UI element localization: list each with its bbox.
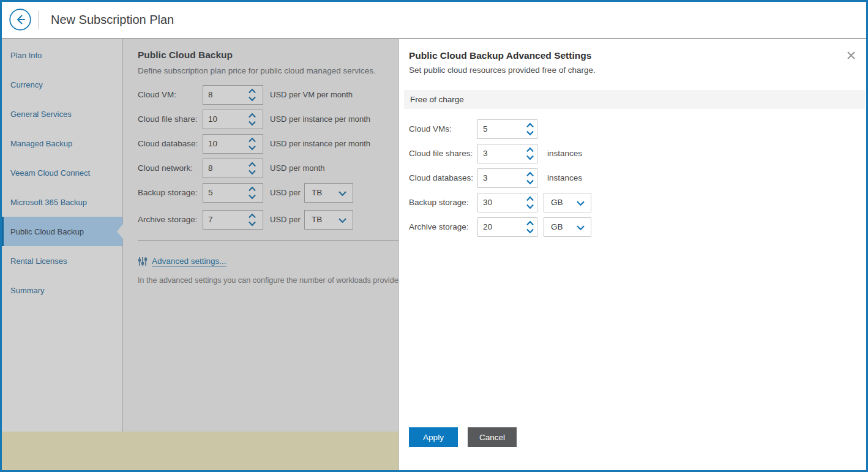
backup-storage-free-unit-dropdown[interactable]: GB bbox=[544, 193, 591, 212]
arrow-left-circle-icon bbox=[9, 8, 32, 31]
free-of-charge-section-header: Free of charge bbox=[404, 90, 865, 109]
spinner-arrows-icon[interactable] bbox=[526, 197, 534, 209]
cloud-databases-spinner[interactable]: 3 bbox=[477, 168, 537, 188]
cloud-network-row: Cloud network: 8 USD per month bbox=[123, 159, 398, 178]
sidebar-item-general-services[interactable]: General Services bbox=[2, 99, 122, 129]
dimmed-footer-bar bbox=[2, 432, 398, 470]
spinner-arrows-icon[interactable] bbox=[249, 214, 256, 227]
cloud-vms-row: Cloud VMs: 5 bbox=[399, 119, 866, 139]
sidebar-item-public-cloud-backup[interactable]: Public Cloud Backup bbox=[2, 217, 122, 246]
spinner-arrows-icon[interactable] bbox=[526, 123, 534, 136]
chevron-down-icon bbox=[577, 201, 585, 206]
backup-storage-free-row: Backup storage: 30 GB bbox=[399, 193, 866, 212]
cloud-vm-price-spinner[interactable]: 8 bbox=[203, 85, 263, 105]
chevron-down-icon bbox=[339, 218, 346, 223]
cloud-network-price-spinner[interactable]: 8 bbox=[203, 159, 263, 178]
separator bbox=[138, 240, 398, 241]
cloud-databases-row: Cloud databases: 3 instances bbox=[399, 168, 866, 188]
spinner-arrows-icon[interactable] bbox=[249, 113, 256, 126]
archive-storage-free-row: Archive storage: 20 GB bbox=[399, 217, 866, 237]
wizard-steps: Plan Info Currency General Services Mana… bbox=[2, 40, 122, 305]
chevron-down-icon bbox=[577, 225, 585, 230]
spinner-arrows-icon[interactable] bbox=[526, 172, 534, 185]
chevron-down-icon bbox=[339, 191, 346, 196]
cancel-button[interactable]: Cancel bbox=[468, 427, 517, 447]
archive-storage-price-spinner[interactable]: 7 bbox=[203, 210, 263, 230]
window-border-left bbox=[0, 0, 2, 472]
spinner-arrows-icon[interactable] bbox=[249, 162, 256, 175]
cloud-database-row: Cloud database: 10 USD per instance per … bbox=[123, 134, 398, 154]
header: New Subscription Plan bbox=[2, 2, 866, 39]
backup-storage-price-spinner[interactable]: 5 bbox=[203, 183, 263, 203]
apply-button[interactable]: Apply bbox=[409, 427, 458, 447]
cloud-vm-row: Cloud VM: 8 USD per VM per month bbox=[123, 85, 398, 105]
backup-storage-row: Backup storage: 5 USD per TB bbox=[123, 183, 398, 203]
spinner-arrows-icon[interactable] bbox=[249, 138, 256, 151]
sidebar-item-currency[interactable]: Currency bbox=[2, 70, 122, 99]
sidebar-item-plan-info[interactable]: Plan Info bbox=[2, 40, 122, 70]
section-title: Public Cloud Backup bbox=[138, 50, 233, 61]
sidebar-item-rental-licenses[interactable]: Rental Licenses bbox=[2, 246, 122, 275]
advanced-settings-hint: In the advanced settings you can configu… bbox=[138, 276, 398, 285]
backup-storage-unit-dropdown[interactable]: TB bbox=[304, 183, 353, 203]
cloud-database-price-spinner[interactable]: 10 bbox=[203, 134, 263, 154]
back-button[interactable] bbox=[9, 8, 32, 31]
panel-subtitle: Set public cloud resources provided free… bbox=[409, 66, 596, 75]
archive-storage-unit-dropdown[interactable]: TB bbox=[304, 210, 353, 230]
advanced-settings-panel: Public Cloud Backup Advanced Settings Se… bbox=[398, 39, 866, 470]
cloud-file-share-price-spinner[interactable]: 10 bbox=[203, 110, 263, 129]
advanced-settings-link[interactable]: Advanced settings... bbox=[138, 256, 226, 267]
page-title: New Subscription Plan bbox=[51, 2, 174, 38]
cloud-vms-spinner[interactable]: 5 bbox=[477, 119, 537, 139]
close-icon bbox=[847, 51, 855, 59]
spinner-arrows-icon[interactable] bbox=[526, 221, 534, 234]
window-border-top bbox=[0, 0, 868, 2]
main-content: Public Cloud Backup Define subscription … bbox=[123, 39, 398, 432]
archive-storage-row: Archive storage: 7 USD per TB bbox=[123, 210, 398, 230]
sidebar-item-microsoft-365-backup[interactable]: Microsoft 365 Backup bbox=[2, 187, 122, 217]
spinner-arrows-icon[interactable] bbox=[526, 148, 534, 160]
section-subtitle: Define subscription plan price for publi… bbox=[138, 66, 376, 75]
spinner-arrows-icon[interactable] bbox=[249, 89, 256, 102]
header-divider bbox=[38, 10, 39, 29]
sidebar-item-veeam-cloud-connect[interactable]: Veeam Cloud Connect bbox=[2, 158, 122, 187]
panel-title: Public Cloud Backup Advanced Settings bbox=[409, 50, 591, 61]
sidebar-item-managed-backup[interactable]: Managed Backup bbox=[2, 129, 122, 158]
backup-storage-free-spinner[interactable]: 30 bbox=[477, 193, 537, 212]
cloud-file-share-row: Cloud file share: 10 USD per instance pe… bbox=[123, 110, 398, 129]
new-subscription-plan-window: New Subscription Plan Plan Info Currency… bbox=[0, 0, 868, 472]
wizard-sidebar: Plan Info Currency General Services Mana… bbox=[2, 39, 123, 432]
archive-storage-free-spinner[interactable]: 20 bbox=[477, 217, 537, 237]
cloud-file-shares-spinner[interactable]: 3 bbox=[477, 144, 537, 163]
sidebar-item-summary[interactable]: Summary bbox=[2, 275, 122, 305]
spinner-arrows-icon[interactable] bbox=[249, 187, 256, 200]
archive-storage-free-unit-dropdown[interactable]: GB bbox=[544, 217, 591, 237]
sliders-icon bbox=[138, 257, 148, 266]
close-button[interactable] bbox=[847, 51, 855, 59]
cloud-file-shares-row: Cloud file shares: 3 instances bbox=[399, 144, 866, 163]
